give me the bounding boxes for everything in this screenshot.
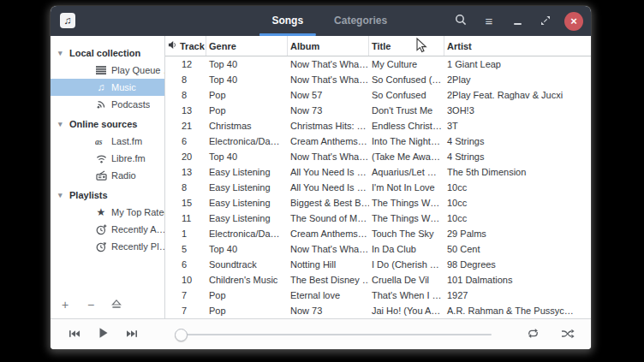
lastfm-icon: as — [95, 137, 107, 145]
seek-track[interactable] — [180, 334, 492, 336]
title-cell: Touch The Sky — [369, 228, 444, 239]
seek-handle[interactable] — [175, 329, 188, 341]
track-row[interactable]: 7 Pop Eternal love That's When I … 1927 — [165, 288, 591, 303]
track-row[interactable]: 8 Top 40 Now That's Wha… So Confused (… … — [165, 72, 591, 87]
tab-categories[interactable]: Categories — [319, 6, 402, 36]
track-row[interactable]: 6 Electronica/Da… Cream Anthems… Into Th… — [165, 134, 591, 149]
column-header-album[interactable]: Album — [288, 36, 369, 56]
track-number-cell: 21 — [177, 121, 206, 131]
play-button[interactable] — [94, 326, 112, 343]
titlebar[interactable]: ♫ Songs Categories ≡ × — [51, 6, 591, 36]
track-row[interactable]: 13 Easy Listening All You Need Is … Aqua… — [165, 164, 591, 180]
title-cell: (Take Me Awa… — [369, 151, 444, 162]
track-row[interactable]: 7 Pop Now 73 Jai Ho! (You A… A.R. Rahman… — [165, 303, 591, 318]
restore-button[interactable] — [536, 12, 555, 31]
artist-cell: 29 Palms — [444, 228, 591, 239]
album-cell: Cream Anthems… — [288, 228, 369, 239]
sidebar-toolbar-button[interactable]: + — [58, 298, 72, 312]
title-cell: The Things W… — [369, 213, 444, 223]
group-label: Online sources — [69, 119, 137, 129]
genre-cell: Electronica/Da… — [206, 136, 288, 146]
librefm-icon — [95, 154, 107, 163]
shuffle-button[interactable] — [558, 326, 576, 343]
seek-slider[interactable] — [175, 329, 492, 341]
sidebar-item[interactable]: Recently A… — [51, 221, 164, 238]
track-row[interactable]: 21 Christmas Christmas Hits: … Endless C… — [165, 118, 591, 134]
track-row[interactable]: 20 Top 40 Now That's Wha… (Take Me Awa… … — [165, 149, 591, 164]
genre-cell: Top 40 — [206, 244, 288, 254]
track-row[interactable]: 13 Pop Now 73 Don't Trust Me 3OH!3 — [165, 103, 591, 118]
restore-icon — [540, 14, 551, 29]
group-items: ★ My Top Rated Recently A… Recen — [51, 204, 164, 255]
genre-cell: Christmas — [206, 121, 288, 131]
clock-played-icon — [95, 241, 107, 252]
sidebar-groups: ▾ Local collection Play Queue … ♫ — [51, 36, 164, 257]
group-label: Local collection — [69, 48, 140, 58]
repeat-button[interactable] — [524, 326, 542, 343]
sidebar-item[interactable]: ♫ Music — [51, 79, 164, 96]
sidebar-item-label: Recently A… — [111, 224, 164, 234]
genre-cell: Soundtrack — [206, 259, 288, 270]
title-cell: Cruella De Vil — [369, 275, 444, 285]
music-app-icon: ♫ — [60, 13, 75, 28]
track-row[interactable]: 12 Top 40 Now That's Wha… My Culture 1 G… — [165, 56, 591, 72]
next-button[interactable] — [123, 326, 141, 343]
sidebar-item[interactable]: Podcasts — [51, 96, 164, 113]
track-row[interactable]: 10 Children's Music The Best Disney … Cr… — [165, 272, 591, 288]
artist-cell: 10cc — [444, 198, 591, 208]
player-bar — [51, 318, 591, 349]
sidebar-toolbar-button[interactable]: − — [84, 298, 98, 312]
group-local-collection: ▾ Local collection Play Queue … ♫ — [51, 44, 164, 113]
now-playing-column[interactable] — [165, 36, 177, 56]
album-cell: Cream Anthems… — [288, 136, 369, 146]
group-items: Play Queue … ♫ Music Podcasts — [51, 62, 164, 113]
sidebar-item[interactable]: Recently Pl… — [51, 238, 164, 255]
music-note-icon: ♫ — [95, 81, 107, 93]
sidebar-item[interactable]: Radio — [51, 167, 164, 184]
minimize-button[interactable] — [508, 12, 527, 31]
sidebar-item[interactable]: Play Queue … — [51, 62, 164, 79]
menu-button[interactable]: ≡ — [480, 12, 498, 31]
sidebar-group-header[interactable]: ▾ Local collection — [51, 44, 164, 62]
speaker-icon — [168, 40, 177, 51]
window-body: ▾ Local collection Play Queue … ♫ — [51, 36, 591, 318]
genre-cell: Easy Listening — [206, 167, 288, 177]
column-header-genre[interactable]: Genre — [206, 36, 288, 56]
album-cell: All You Need Is … — [288, 182, 369, 193]
track-number-cell: 1 — [177, 228, 206, 239]
play-icon — [98, 327, 109, 342]
track-row[interactable]: 8 Pop Now 57 So Confused 2Play Feat. Rag… — [165, 87, 591, 103]
tab-songs[interactable]: Songs — [256, 6, 319, 36]
previous-button[interactable] — [65, 326, 83, 343]
column-header-track[interactable]: Track — [177, 36, 206, 56]
album-cell: Notting Hill — [288, 259, 369, 270]
close-button[interactable]: × — [564, 12, 583, 31]
sidebar-item-label: Music — [111, 82, 136, 92]
track-row[interactable]: 1 Electronica/Da… Cream Anthems… Touch T… — [165, 226, 591, 241]
sidebar-group-header[interactable]: ▾ Playlists — [51, 186, 164, 204]
column-header-title[interactable]: Title — [369, 36, 444, 56]
sidebar-item[interactable]: as Last.fm — [51, 133, 164, 150]
track-row[interactable]: 6 Soundtrack Notting Hill I Do (Cherish … — [165, 257, 591, 272]
sidebar-toolbar-button[interactable] — [110, 298, 123, 312]
track-row[interactable]: 8 Easy Listening All You Need Is … I'm N… — [165, 180, 591, 195]
column-header-artist[interactable]: Artist — [444, 36, 591, 56]
genre-cell: Pop — [206, 306, 288, 316]
sidebar-item[interactable]: ★ My Top Rated — [51, 204, 164, 221]
search-button[interactable] — [451, 12, 470, 31]
radio-icon — [95, 170, 107, 181]
add-icon: + — [62, 298, 69, 312]
transport-controls — [51, 326, 141, 343]
sidebar-item-label: Play Queue … — [111, 65, 164, 75]
track-number-cell: 13 — [177, 167, 206, 177]
sidebar-item[interactable]: Libre.fm — [51, 150, 164, 167]
track-row[interactable]: 15 Easy Listening Biggest & Best B… The … — [165, 195, 591, 211]
artist-cell: The 5th Dimension — [444, 167, 591, 177]
search-icon — [455, 14, 467, 29]
track-row[interactable]: 11 Easy Listening The Sound of M… The Th… — [165, 211, 591, 226]
group-online-sources: ▾ Online sources as Last.fm — [51, 115, 164, 184]
track-number-cell: 15 — [177, 198, 206, 208]
sidebar-group-header[interactable]: ▾ Online sources — [51, 115, 164, 133]
track-row[interactable]: 5 Top 40 Now That's Wha… In Da Club 50 C… — [165, 241, 591, 257]
artist-cell: 4 Strings — [444, 136, 591, 146]
